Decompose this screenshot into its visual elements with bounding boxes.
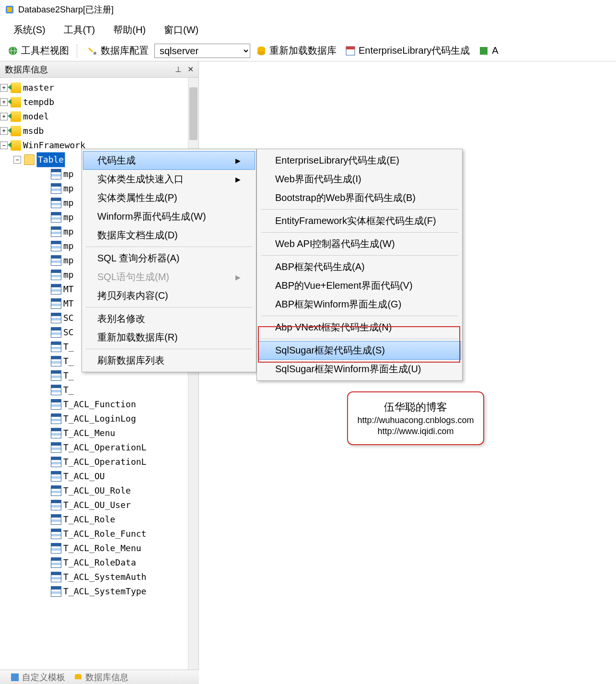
database-icon <box>11 126 21 136</box>
menu-item[interactable]: 拷贝列表内容(C) <box>83 286 255 305</box>
table-icon <box>51 572 61 582</box>
table-icon <box>51 313 61 323</box>
tree-label: T_ <box>63 368 74 383</box>
table-icon <box>51 385 61 395</box>
table-icon <box>51 284 61 295</box>
tree-node[interactable]: T_ACL_Role_Funct <box>0 527 198 541</box>
tree-node[interactable]: +model <box>0 109 198 124</box>
tree-node[interactable]: T_ACL_OperationL <box>0 455 198 469</box>
menu-window[interactable]: 窗口(W) <box>164 24 198 36</box>
tree-label: T_ACL_RoleData <box>63 555 136 570</box>
pin-icon[interactable]: ⊥ <box>175 65 182 74</box>
menu-help[interactable]: 帮助(H) <box>113 24 146 36</box>
tree-label: mp <box>63 239 74 253</box>
menu-separator <box>261 316 458 316</box>
tree-node[interactable]: +master <box>0 81 198 95</box>
tree-label: T_ACL_OU_User <box>63 498 131 512</box>
tree-node[interactable]: T_ACL_OperationL <box>0 440 198 455</box>
menu-item[interactable]: EntityFramework实体框架代码生成(F) <box>258 212 461 230</box>
svg-rect-10 <box>346 47 355 49</box>
tree-node[interactable]: T_ACL_Role_Menu <box>0 541 198 555</box>
svg-rect-11 <box>480 47 488 55</box>
tree-node[interactable]: +msdb <box>0 124 198 138</box>
tree-label: model <box>23 109 49 124</box>
tab-db-info[interactable]: 数据库信息 <box>73 672 128 683</box>
entlib-button[interactable]: EnterpriseLibrary代码生成 <box>342 43 473 58</box>
tree-label: mp <box>63 181 74 196</box>
database-icon <box>11 111 21 122</box>
menu-item[interactable]: Web API控制器代码生成(W) <box>258 235 461 253</box>
tree-node[interactable]: T_ACL_OU_User <box>0 498 198 512</box>
tree-node[interactable]: T_ACL_Function <box>0 397 198 412</box>
menu-item[interactable]: 实体类生成快速入口▶ <box>83 170 255 189</box>
menu-item[interactable]: EnterpriseLibrary代码生成(E) <box>258 151 461 170</box>
toggle-icon[interactable]: + <box>0 113 8 120</box>
tree-label: T_ACL_OperationL <box>63 440 146 455</box>
tree-node[interactable]: T_ <box>0 383 198 397</box>
menu-item[interactable]: 表别名修改 <box>83 309 255 328</box>
menu-item[interactable]: ABP框架代码生成(A) <box>258 258 461 276</box>
database-reload-icon <box>256 46 267 56</box>
menu-tools[interactable]: 工具(T) <box>64 24 95 36</box>
tree-label: SC <box>63 325 74 340</box>
tree-node[interactable]: T_ACL_Role <box>0 512 198 527</box>
toolbar-view-button[interactable]: 工具栏视图 <box>5 43 72 58</box>
menu-item[interactable]: 刷新数据库列表 <box>83 351 255 370</box>
toggle-icon[interactable]: + <box>0 84 8 92</box>
menu-system[interactable]: 系统(S) <box>13 24 46 36</box>
tree-node[interactable]: T_ACL_LoginLog <box>0 412 198 426</box>
menu-item[interactable]: ABP的Vue+Element界面代码(V) <box>258 276 461 295</box>
reload-db-button[interactable]: 重新加载数据库 <box>253 43 339 58</box>
tab-custom-template[interactable]: 自定义模板 <box>10 672 65 683</box>
tree-label: tempdb <box>23 95 54 109</box>
tree-node[interactable]: T_ACL_SystemAuth <box>0 570 198 584</box>
tree-node[interactable]: T_ACL_Menu <box>0 426 198 440</box>
toolbar-view-label: 工具栏视图 <box>21 44 69 57</box>
toolbar: 工具栏视图 数据库配置 sqlserver 重新加载数据库 Enterprise… <box>0 40 616 61</box>
tree-label: WinFramework <box>23 138 85 153</box>
tree-node[interactable]: T_ACL_SystemType <box>0 584 198 599</box>
toggle-icon[interactable]: − <box>0 142 8 149</box>
menu-item[interactable]: SQL 查询分析器(A) <box>83 249 255 268</box>
menu-separator <box>261 255 458 256</box>
reload-db-label: 重新加载数据库 <box>269 44 337 57</box>
table-icon <box>51 370 61 381</box>
tree-label: MT <box>63 282 74 296</box>
menu-item[interactable]: 数据库文档生成(D) <box>83 226 255 245</box>
extra-button[interactable]: A <box>476 44 501 57</box>
toggle-icon[interactable]: + <box>0 98 8 106</box>
toggle-icon[interactable]: + <box>0 127 8 135</box>
menu-item[interactable]: Web界面代码生成(I) <box>258 170 461 189</box>
tree-label: MT <box>63 296 74 311</box>
toggle-icon[interactable]: − <box>13 156 21 164</box>
svg-rect-1 <box>7 7 12 12</box>
tree-node[interactable]: T_ACL_RoleData <box>0 555 198 570</box>
menu-item[interactable]: 实体类属性生成(P) <box>83 189 255 207</box>
tree-node[interactable]: +tempdb <box>0 95 198 109</box>
table-icon <box>51 342 61 352</box>
tree-label: mp <box>63 224 74 239</box>
menu-item: SQL语句生成(M)▶ <box>83 268 255 286</box>
green-box-icon <box>478 46 489 56</box>
tree-node[interactable]: T_ACL_OU_Role <box>0 484 198 498</box>
menu-separator <box>86 247 252 247</box>
tree-label: mp <box>63 253 74 268</box>
submenu-arrow-icon: ▶ <box>235 157 241 165</box>
menu-item[interactable]: Bootstrap的Web界面代码生成(B) <box>258 189 461 207</box>
tree-label: T_ACL_OU <box>63 469 105 484</box>
menu-item[interactable]: 重新加载数据库(R) <box>83 328 255 347</box>
table-icon <box>51 457 61 467</box>
tree-label: T_ACL_Role_Funct <box>63 527 146 541</box>
watermark-url2: http://www.iqidi.com <box>377 426 453 436</box>
tree-label: T_ACL_SystemAuth <box>63 570 146 584</box>
watermark-title: 伍华聪的博客 <box>384 400 447 414</box>
tree-node[interactable]: T_ACL_OU <box>0 469 198 484</box>
svg-rect-12 <box>11 673 19 681</box>
tree-label: T_ACL_LoginLog <box>63 412 136 426</box>
menu-item[interactable]: ABP框架Winform界面生成(G) <box>258 295 461 314</box>
menu-item[interactable]: 代码生成▶ <box>83 151 255 170</box>
menu-item[interactable]: Winform界面代码生成(W) <box>83 207 255 226</box>
db-config-button[interactable]: 数据库配置 <box>84 43 151 58</box>
close-icon[interactable]: ✕ <box>187 65 194 74</box>
db-type-select[interactable]: sqlserver <box>154 44 250 58</box>
